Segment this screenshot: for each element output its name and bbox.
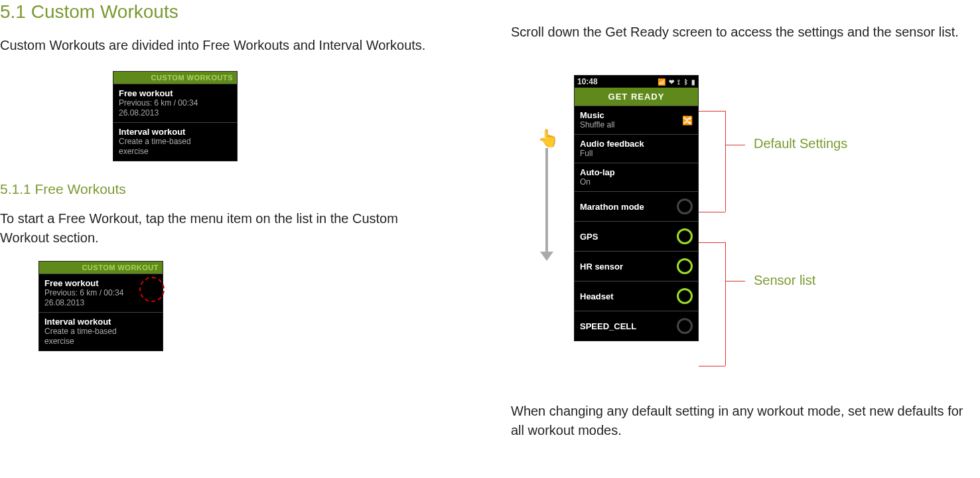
scroll-paragraph: Scroll down the Get Ready screen to acce… — [511, 23, 980, 42]
marathon-mode-item[interactable]: Marathon mode — [575, 191, 698, 221]
music-title: Music — [580, 110, 614, 120]
battery-icon: ▮ — [691, 78, 695, 86]
subsection-heading: 5.1.1 Free Workouts — [0, 181, 511, 197]
free-workout-sub1: Previous: 6 km / 00:34 — [119, 98, 232, 108]
gps-icon-status: ⟟ — [677, 78, 680, 86]
status-icons: 📶 ❤ ⟟ ᛒ ▮ — [656, 77, 695, 86]
default-settings-label: Default Settings — [754, 136, 847, 151]
phone-title-bar-2: CUSTOM WORKOUT — [39, 262, 163, 274]
free-workout-item[interactable]: Free workout Previous: 6 km / 00:34 26.0… — [113, 84, 237, 122]
speedcell-toggle-off[interactable] — [677, 318, 693, 334]
hr-sensor-item[interactable]: HR sensor — [575, 251, 698, 281]
defaults-note-paragraph: When changing any default setting in any… — [511, 402, 975, 440]
tap-highlight-circle — [139, 277, 165, 302]
scroll-gesture-arrow: 👆 — [529, 128, 563, 261]
auto-lap-title: Auto-lap — [580, 167, 693, 177]
audio-feedback-title: Audio feedback — [580, 139, 693, 149]
headset-item[interactable]: Headset — [575, 281, 698, 311]
interval-workout-item[interactable]: Interval workout Create a time-based exe… — [113, 122, 237, 161]
free-workout-title: Free workout — [119, 88, 232, 98]
music-item[interactable]: Music Shuffle all 🔀 — [575, 106, 698, 134]
finger-icon: 👆 — [537, 128, 559, 149]
custom-workouts-figure: CUSTOM WORKOUTS Free workout Previous: 6… — [113, 71, 511, 161]
gps-item[interactable]: GPS — [575, 221, 698, 251]
bluetooth-icon: ᛒ — [684, 78, 688, 86]
section-heading: 5.1 Custom Workouts — [0, 1, 511, 23]
audio-feedback-sub: Full — [580, 149, 693, 159]
interval-workout-title: Interval workout — [119, 127, 232, 137]
interval-workout-sub1: Create a time-based — [119, 137, 232, 147]
intro-paragraph: Custom Workouts are divided into Free Wo… — [0, 36, 511, 55]
marathon-toggle-off[interactable] — [677, 199, 693, 214]
marathon-mode-title: Marathon mode — [580, 202, 644, 212]
free-workout-sub2-2: 26.08.2013 — [44, 298, 157, 308]
free-workout-paragraph: To start a Free Workout, tap the menu it… — [0, 209, 425, 248]
headset-title: Headset — [580, 291, 614, 301]
get-ready-diagram: 👆 10:48 📶 ❤ ⟟ ᛒ ▮ GET READY — [511, 68, 980, 394]
sensor-list-label: Sensor list — [754, 273, 815, 288]
auto-lap-item[interactable]: Auto-lap On — [575, 163, 698, 191]
headset-toggle-on[interactable] — [677, 288, 693, 304]
gps-toggle-on[interactable] — [677, 228, 693, 244]
interval-workout-item-2[interactable]: Interval workout Create a time-based exe… — [39, 312, 163, 351]
phone-title-bar: CUSTOM WORKOUTS — [113, 72, 237, 84]
interval-workout-sub1-2: Create a time-based — [44, 327, 157, 337]
free-workout-sub2: 26.08.2013 — [119, 108, 232, 118]
auto-lap-sub: On — [580, 177, 693, 187]
music-sub: Shuffle all — [580, 120, 614, 130]
get-ready-title: GET READY — [575, 88, 698, 106]
signal-icon: 📶 — [658, 78, 665, 86]
interval-workout-title-2: Interval workout — [44, 317, 157, 327]
speedcell-item[interactable]: SPEED_CELL — [575, 311, 698, 341]
speedcell-title: SPEED_CELL — [580, 321, 636, 331]
hr-toggle-on[interactable] — [677, 258, 693, 274]
status-bar: 10:48 📶 ❤ ⟟ ᛒ ▮ — [575, 76, 698, 88]
shuffle-icon: 🔀 — [682, 116, 693, 125]
get-ready-phone: 10:48 📶 ❤ ⟟ ᛒ ▮ GET READY Music Shuffl — [574, 75, 699, 341]
interval-workout-sub2-2: exercise — [44, 337, 157, 347]
custom-workout-tap-figure: CUSTOM WORKOUT Free workout Previous: 6 … — [38, 261, 511, 351]
interval-workout-sub2: exercise — [119, 147, 232, 157]
hr-title: HR sensor — [580, 262, 623, 272]
heart-icon: ❤ — [669, 78, 674, 86]
gps-title: GPS — [580, 232, 598, 242]
status-time: 10:48 — [577, 77, 598, 86]
audio-feedback-item[interactable]: Audio feedback Full — [575, 134, 698, 163]
